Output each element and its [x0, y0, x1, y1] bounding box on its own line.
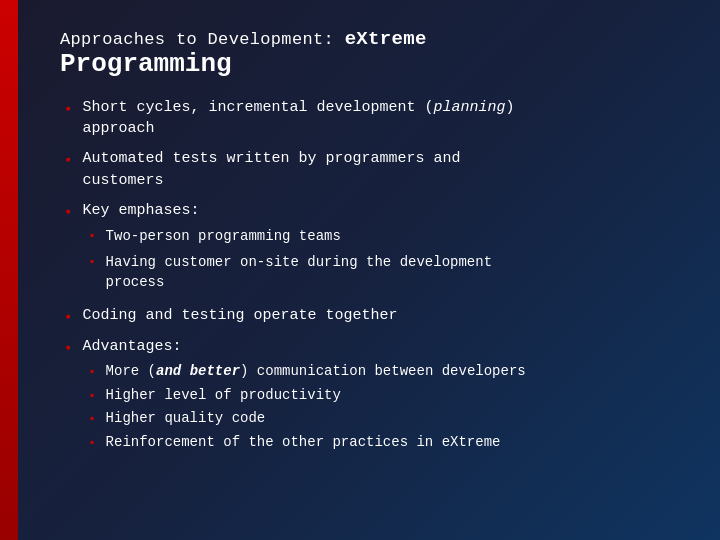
content-area: ▪ Short cycles, incremental development …	[60, 97, 680, 457]
adv-sub-bullet-icon-2: ▪	[88, 388, 95, 405]
bullet-item-5: ▪ Advantages: ▪ More (and better) commun…	[64, 336, 680, 457]
adv-sub-bullet-text-2: Higher level of productivity	[106, 386, 341, 406]
title-line2: Programming	[60, 50, 680, 79]
sub-bullet-text-2: Having customer on-site during the devel…	[106, 252, 492, 293]
adv-sub-bullet-icon-1: ▪	[88, 364, 95, 381]
bullet-icon-2: ▪	[64, 150, 72, 170]
adv-sub-bullet-text-3: Higher quality code	[106, 409, 266, 429]
title-area: Approaches to Development: eXtreme Progr…	[60, 28, 680, 79]
accent-bar	[0, 0, 18, 540]
sub-bullet-text-1: Two-person programming teams	[106, 226, 341, 246]
adv-sub-bullet-1: ▪ More (and better) communication betwee…	[88, 362, 680, 382]
adv-sub-bullet-3: ▪ Higher quality code	[88, 409, 680, 429]
bullet-text-4: Coding and testing operate together	[82, 305, 397, 327]
sub-bullet-item-1: ▪ Two-person programming teams	[88, 226, 680, 246]
adv-sub-bullet-text-4: Reinforcement of the other practices in …	[106, 433, 501, 453]
bullet-icon-4: ▪	[64, 307, 72, 327]
adv-sub-bullet-4: ▪ Reinforcement of the other practices i…	[88, 433, 680, 453]
title-prefix: Approaches to Development:	[60, 30, 345, 49]
sub-bullet-item-2: ▪ Having customer on-site during the dev…	[88, 252, 680, 293]
bullet-icon-3: ▪	[64, 202, 72, 222]
adv-sub-bullets: ▪ More (and better) communication betwee…	[82, 362, 680, 452]
bullet-text-3: Key emphases:	[82, 200, 680, 222]
bullet-text-1: Short cycles, incremental development (p…	[82, 97, 514, 141]
bullet-icon-1: ▪	[64, 99, 72, 119]
slide: Approaches to Development: eXtreme Progr…	[0, 0, 720, 540]
bullet-item-2: ▪ Automated tests written by programmers…	[64, 148, 680, 192]
bullet-text-5: Advantages:	[82, 336, 680, 358]
bullet-item-3: ▪ Key emphases: ▪ Two-person programming…	[64, 200, 680, 298]
adv-sub-bullet-text-1: More (and better) communication between …	[106, 362, 526, 382]
bullet-item-4: ▪ Coding and testing operate together	[64, 305, 680, 327]
adv-sub-bullet-2: ▪ Higher level of productivity	[88, 386, 680, 406]
adv-sub-bullet-icon-4: ▪	[88, 435, 95, 452]
title-line1: Approaches to Development: eXtreme	[60, 28, 680, 50]
sub-bullets-3: ▪ Two-person programming teams ▪ Having …	[82, 226, 680, 292]
bullet-item-1: ▪ Short cycles, incremental development …	[64, 97, 680, 141]
bullet-icon-5: ▪	[64, 338, 72, 358]
sub-bullet-icon-2: ▪	[88, 254, 95, 271]
sub-bullet-icon-1: ▪	[88, 228, 95, 245]
adv-sub-bullet-icon-3: ▪	[88, 411, 95, 428]
bullet-text-2: Automated tests written by programmers a…	[82, 148, 460, 192]
title-highlight: eXtreme	[345, 28, 427, 50]
